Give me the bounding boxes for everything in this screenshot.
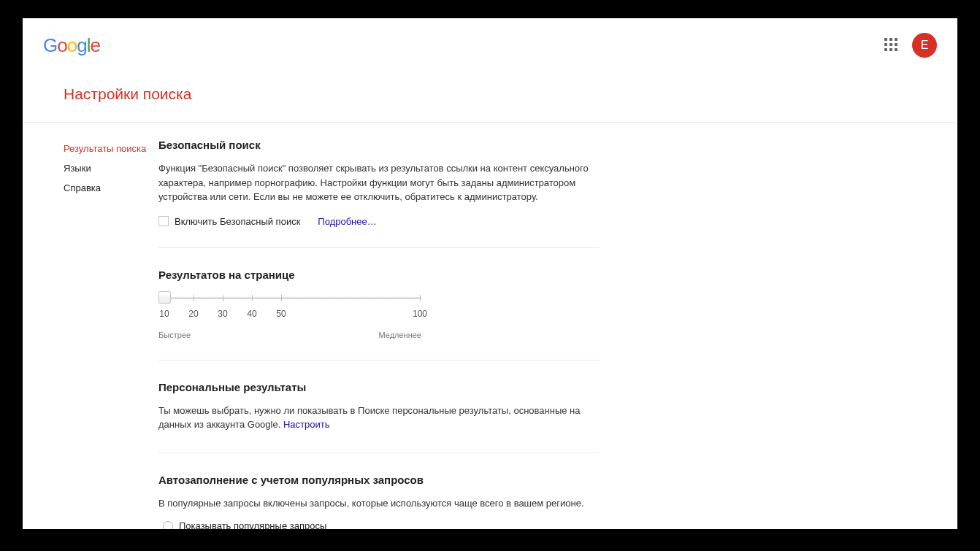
avatar-letter: E — [921, 39, 929, 52]
results-slider: 10 20 30 40 50 100 Быстрее Медленнее — [158, 291, 421, 339]
slider-tick — [281, 295, 282, 301]
personal-text-prefix: Ты можешь выбрать, нужно ли показывать в… — [158, 405, 581, 431]
autocomplete-option-show-label: Показывать популярные запросы — [179, 520, 326, 529]
section-personal-results: Персональные результаты Ты можешь выбрат… — [158, 381, 600, 453]
logo-o2: o — [67, 34, 77, 57]
slider-tick — [252, 295, 253, 301]
personal-heading: Персональные результаты — [158, 381, 600, 393]
header-right: E — [884, 33, 937, 58]
safesearch-learnmore-link[interactable]: Подробнее… — [318, 216, 376, 227]
safesearch-description: Функция "Безопасный поиск" позволяет скр… — [158, 161, 600, 204]
logo-o1: o — [57, 34, 66, 57]
google-logo[interactable]: G o o g l e — [43, 34, 100, 57]
safesearch-heading: Безопасный поиск — [158, 139, 600, 151]
slider-tick — [420, 295, 421, 301]
logo-g: G — [43, 34, 57, 57]
logo-e: e — [90, 34, 99, 57]
results-per-page-heading: Результатов на странице — [158, 269, 600, 281]
safesearch-checkbox[interactable] — [158, 216, 169, 226]
slider-label-30: 30 — [218, 309, 227, 319]
slider-label-10: 10 — [159, 309, 169, 319]
autocomplete-description: В популярные запросы включены запросы, к… — [158, 496, 600, 511]
safesearch-row: Включить Безопасный поиск Подробнее… — [158, 216, 600, 227]
autocomplete-option-show-row[interactable]: Показывать популярные запросы — [158, 517, 600, 529]
autocomplete-heading: Автозаполнение с учетом популярных запро… — [158, 474, 600, 486]
personal-configure-link[interactable]: Настроить — [283, 419, 330, 430]
slider-tick — [194, 295, 194, 301]
sidebar-item-results[interactable]: Результаты поиска — [64, 139, 147, 158]
personal-text: Ты можешь выбрать, нужно ли показывать в… — [158, 404, 600, 432]
section-safesearch: Безопасный поиск Функция "Безопасный пои… — [158, 139, 600, 248]
page-viewport[interactable]: G o o g l e E Настройки поиска Результат… — [23, 18, 957, 529]
section-results-per-page: Результатов на странице 10 20 — [158, 269, 600, 361]
header: G o o g l e E — [23, 18, 957, 65]
radio-show-popular[interactable] — [163, 521, 173, 530]
slider-label-50: 50 — [276, 309, 286, 319]
logo-g2: g — [77, 34, 86, 57]
safesearch-checkbox-label: Включить Безопасный поиск — [175, 216, 300, 227]
page-title: Настройки поиска — [23, 65, 957, 123]
slider-caption-slow: Медленнее — [378, 331, 421, 339]
slider-labels: 10 20 30 40 50 100 — [158, 309, 421, 319]
sidebar-item-help[interactable]: Справка — [64, 178, 147, 198]
slider-label-20: 20 — [188, 309, 198, 319]
slider-caption-fast: Быстрее — [158, 331, 191, 339]
slider-captions: Быстрее Медленнее — [158, 331, 421, 339]
body-wrap: Результаты поиска Языки Справка Безопасн… — [23, 123, 957, 529]
slider-handle[interactable] — [158, 291, 171, 304]
avatar[interactable]: E — [912, 33, 937, 58]
apps-grid-icon[interactable] — [884, 38, 899, 53]
slider-track — [164, 297, 421, 299]
sidebar-item-languages[interactable]: Языки — [64, 158, 147, 178]
slider-track-area[interactable] — [158, 291, 421, 306]
slider-label-100: 100 — [413, 309, 427, 319]
section-autocomplete: Автозаполнение с учетом популярных запро… — [158, 474, 600, 530]
slider-label-40: 40 — [247, 309, 256, 319]
sidebar: Результаты поиска Языки Справка — [23, 139, 147, 529]
slider-tick — [223, 295, 223, 301]
main-content: Безопасный поиск Функция "Безопасный пои… — [147, 139, 600, 529]
